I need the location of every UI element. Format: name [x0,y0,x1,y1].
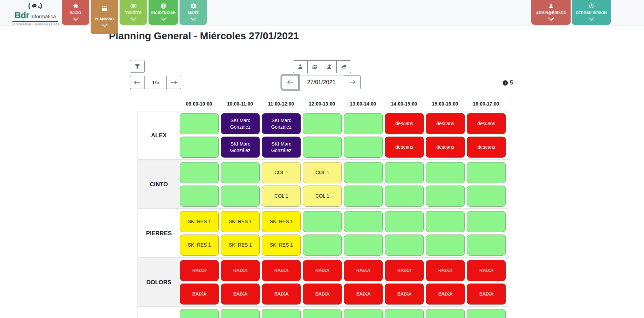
slot-cell[interactable]: BAIXA [262,284,301,305]
slot-cell[interactable] [344,186,383,207]
slot-cell[interactable] [180,309,219,318]
slot-cell[interactable]: BAIXA [221,284,260,305]
slot-cell[interactable]: descans [467,113,506,134]
slot-cell[interactable]: BAIXA [180,260,219,281]
slot-cell[interactable]: descans [385,137,424,158]
slot-cell[interactable]: BAIXA [344,260,383,281]
menu-button-mant[interactable]: MANT. [180,0,207,25]
slot-cell[interactable]: BAIXA [221,260,260,281]
slot-cell[interactable] [303,211,342,232]
pager-next-button[interactable] [166,76,181,89]
chevron-down-icon [191,16,196,22]
brand-name: BdrInformàtica [12,10,58,22]
eraser-tool-button[interactable] [336,60,351,73]
slot-cell[interactable] [467,235,506,256]
person-slash-tool-button[interactable] [322,60,337,73]
slot-cell[interactable]: SKI RES 1 [221,211,260,232]
slot-row: SKI RES 1SKI RES 1SKI RES 1 [180,211,509,232]
slot-cell[interactable] [180,162,219,183]
slot-cell[interactable] [221,162,260,183]
slot-cell[interactable] [344,137,383,158]
slot-cell[interactable] [180,113,219,134]
menu-button-logout[interactable]: CERRAR SESIÓN [572,0,611,25]
slot-cell[interactable] [262,309,301,318]
slot-cell[interactable] [344,113,383,134]
slot-cell[interactable]: BAIXA [426,284,465,305]
menu-button-account[interactable]: ADMIN@BDR.ES [531,0,571,25]
slot-cell[interactable]: SKI RES 1 [221,235,260,256]
slot-cell[interactable] [303,235,342,256]
slot-cell[interactable] [385,211,424,232]
worker-rows: SKI Marc GonzálezSKI Marc Gonzálezdescan… [180,111,509,159]
slot-cell[interactable]: descans [385,113,424,134]
slot-cell[interactable]: SKI Marc González [262,137,301,158]
slot-cell[interactable]: COL 1 [262,162,301,183]
slot-cell[interactable]: BAIXA [467,284,506,305]
slot-cell[interactable] [344,235,383,256]
slot-cell[interactable]: descans [426,137,465,158]
slot-cell[interactable] [467,162,506,183]
menu-button-incidencias[interactable]: INCIDENCIAS [149,0,178,25]
slot-cell[interactable] [467,186,506,207]
filter-button[interactable] [130,60,145,73]
slot-cell[interactable] [467,211,506,232]
slot-cell[interactable] [426,186,465,207]
slot-cell[interactable]: COL 1 [262,186,301,207]
slot-cell[interactable]: COL 1 [303,186,342,207]
slot-cell[interactable] [180,186,219,207]
slot-cell[interactable] [303,113,342,134]
slot-cell[interactable] [303,137,342,158]
slot-cell[interactable]: BAIXA [180,284,219,305]
slot-cell[interactable]: SKI Marc González [262,113,301,134]
slot-cell[interactable] [467,309,506,318]
calendar-icon [102,6,108,11]
worker-group [138,306,509,318]
slot-cell[interactable] [426,162,465,183]
date-prev-button[interactable] [282,75,299,89]
slot-cell[interactable] [385,309,424,318]
slot-cell[interactable] [426,309,465,318]
date-value[interactable]: 27/01/2021 [298,75,344,89]
slot-cell[interactable]: SKI RES 1 [180,235,219,256]
slot-cell[interactable] [344,211,383,232]
slot-cell[interactable] [344,162,383,183]
slot-cell[interactable]: BAIXA [426,260,465,281]
slot-cell[interactable] [426,211,465,232]
slot-cell[interactable]: SKI Marc González [221,113,260,134]
worker-name: CINTO [138,160,180,208]
slot-cell[interactable]: BAIXA [467,260,506,281]
person-tool-button[interactable] [293,60,308,73]
slot-cell[interactable]: BAIXA [262,260,301,281]
slot-cell[interactable] [426,235,465,256]
brand-logo[interactable]: (.) BdrInformàtica Informàtica i Comunic… [12,1,58,26]
slot-cell[interactable] [385,186,424,207]
people-tool-button[interactable] [307,60,322,73]
chevron-down-icon [131,16,136,22]
pager-prev-button[interactable] [130,76,145,89]
slot-cell[interactable]: BAIXA [385,284,424,305]
slot-cell[interactable]: SKI RES 1 [262,211,301,232]
slot-cell[interactable]: BAIXA [385,260,424,281]
menu-button-tickets[interactable]: TICKETS [120,0,147,25]
slot-cell[interactable]: BAIXA [303,284,342,305]
menu-button-planning[interactable]: PLANNING [91,0,118,34]
slot-cell[interactable] [303,309,342,318]
slot-cell[interactable]: descans [467,137,506,158]
slot-cell[interactable]: BAIXA [303,260,342,281]
slot-cell[interactable] [221,186,260,207]
slot-cell[interactable]: COL 1 [303,162,342,183]
slot-cell[interactable] [180,137,219,158]
slot-cell[interactable] [344,309,383,318]
slot-cell[interactable] [221,309,260,318]
date-next-button[interactable] [344,75,361,89]
slot-cell[interactable]: descans [426,113,465,134]
slot-cell[interactable] [385,235,424,256]
slot-cell[interactable]: SKI Marc González [221,137,260,158]
page-pager: 1/5 [130,76,181,89]
slot-cell[interactable]: SKI RES 1 [262,235,301,256]
slot-cell[interactable]: SKI RES 1 [180,211,219,232]
slot-cell[interactable] [385,162,424,183]
menu-button-inicio[interactable]: INICIO [62,0,89,25]
slot-cell[interactable]: BAIXA [344,284,383,305]
brand-bold: Bdr [14,10,29,20]
